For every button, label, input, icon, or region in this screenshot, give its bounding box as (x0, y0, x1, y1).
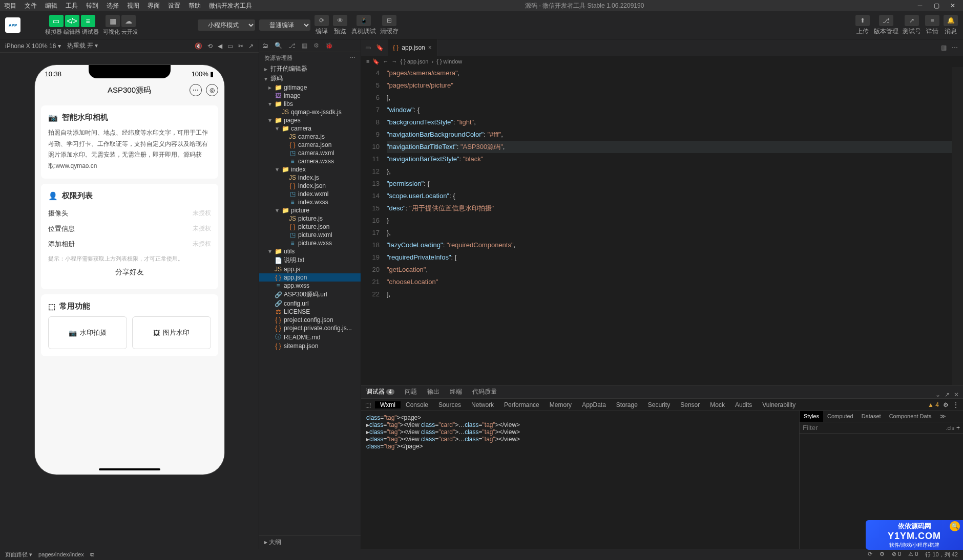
status-errors[interactable]: ⊘ 0 (892, 551, 901, 558)
file-index.json[interactable]: { }index.json (259, 182, 361, 190)
file-picture.wxss[interactable]: ≡picture.wxss (259, 239, 361, 247)
file-README.md[interactable]: ⓘREADME.md (259, 332, 361, 342)
file-picture.wxml[interactable]: ◳picture.wxml (259, 231, 361, 239)
message-button[interactable]: 🔔 (944, 15, 958, 26)
menu-转到[interactable]: 转到 (82, 2, 102, 10)
simulator-toggle[interactable]: ▭ (49, 15, 64, 27)
dbg-more-icon[interactable]: ⋮ (953, 401, 959, 408)
file-camera.wxss[interactable]: ≡camera.wxss (259, 157, 361, 165)
page-path[interactable]: pages/index/index (38, 551, 84, 557)
file-picture.json[interactable]: { }picture.json (259, 223, 361, 231)
brc-nav-icon[interactable]: ≡ (366, 58, 369, 64)
file-qqmap-wx-jssdk.js[interactable]: JSqqmap-wx-jssdk.js (259, 108, 361, 116)
file-config.url[interactable]: 🔗config.url (259, 299, 361, 308)
file-index.wxml[interactable]: ◳index.wxml (259, 190, 361, 198)
file-说明.txt[interactable]: 📄说明.txt (259, 255, 361, 265)
sim-rotate-icon[interactable]: ⟲ (207, 42, 213, 50)
explorer-more-icon[interactable]: ⋯ (350, 55, 355, 61)
tab-git-icon[interactable]: ⎇ (285, 39, 299, 52)
status-tools-icon[interactable]: ⚙ (880, 551, 885, 558)
dbgsub-Memory[interactable]: Memory (545, 401, 577, 408)
editor-tab-appjson[interactable]: { } app.json × (388, 39, 437, 56)
dbgsub-Sources[interactable]: Sources (433, 401, 466, 408)
dbgsub-Mock[interactable]: Mock (705, 401, 730, 408)
menu-帮助[interactable]: 帮助 (184, 2, 205, 10)
sim-back-icon[interactable]: ◀ (218, 42, 222, 50)
file-app.js[interactable]: JSapp.js (259, 265, 361, 273)
testid-button[interactable]: ↗ (905, 15, 919, 26)
func-watermark-shoot[interactable]: 📷水印拍摄 (48, 316, 127, 349)
device-select[interactable]: iPhone X 100% 16 ▾ (5, 42, 61, 50)
dbgtab-代码质量[interactable]: 代码质量 (467, 385, 502, 398)
warn-badge[interactable]: ▲ 4 (928, 401, 939, 408)
dbg-collapse-icon[interactable]: ⌄ (935, 391, 940, 398)
dbgsub-Audits[interactable]: Audits (730, 401, 757, 408)
compile-select[interactable]: 普通编译 (259, 19, 310, 31)
file-sitemap.json[interactable]: { }sitemap.json (259, 342, 361, 350)
tab-files-icon[interactable]: 🗂 (259, 39, 271, 52)
inspect-icon[interactable]: ⬚ (361, 401, 375, 408)
file-index.wxss[interactable]: ≡index.wxss (259, 198, 361, 206)
split-editor-icon[interactable]: ▥ (941, 44, 947, 51)
share-button[interactable]: 分享好友 (48, 263, 211, 282)
file-camera.json[interactable]: { }camera.json (259, 141, 361, 149)
dbgsub-AppData[interactable]: AppData (577, 401, 611, 408)
remote-debug-button[interactable]: 📱 (357, 15, 371, 26)
dbgsub-Wxml[interactable]: Wxml (375, 401, 401, 408)
menu-工具[interactable]: 工具 (61, 2, 82, 10)
menu-项目[interactable]: 项目 (0, 2, 20, 10)
sim-cut-icon[interactable]: ✂ (238, 42, 243, 50)
file-pages[interactable]: ▾📁pages (259, 116, 361, 124)
ed-toggle-icon[interactable]: ▭ (365, 44, 371, 51)
file-camera.js[interactable]: JScamera.js (259, 133, 361, 141)
menu-界面[interactable]: 界面 (143, 2, 164, 10)
sim-mute-icon[interactable]: 🔇 (195, 42, 202, 50)
close-tab-icon[interactable]: × (428, 44, 432, 51)
cloud-toggle[interactable]: ☁ (121, 15, 136, 27)
menu-文件[interactable]: 文件 (20, 2, 41, 10)
styletab-Styles[interactable]: Styles (800, 411, 823, 422)
file-project.private.config.js...[interactable]: { }project.private.config.js... (259, 324, 361, 332)
brc-back-icon[interactable]: ← (383, 58, 388, 64)
mode-select[interactable]: 小程序模式 (198, 19, 255, 31)
file-project.config.json[interactable]: { }project.config.json (259, 316, 361, 324)
menu-视图[interactable]: 视图 (123, 2, 143, 10)
debugger-toggle[interactable]: ≡ (81, 15, 95, 27)
sim-home-icon[interactable]: ▭ (227, 42, 233, 50)
upload-button[interactable]: ⬆ (855, 15, 870, 26)
minimap[interactable] (952, 67, 963, 385)
editor-more-icon[interactable]: ⋯ (952, 44, 958, 51)
copy-path-icon[interactable]: ⧉ (90, 551, 94, 558)
dbgsub-Sensor[interactable]: Sensor (675, 401, 705, 408)
menu-选择[interactable]: 选择 (102, 2, 123, 10)
status-warnings[interactable]: ⚠ 0 (908, 551, 918, 558)
menu-编辑[interactable]: 编辑 (41, 2, 61, 10)
sim-popout-icon[interactable]: ↗ (248, 42, 254, 50)
file-image[interactable]: 🖼image (259, 92, 361, 100)
add-style-icon[interactable]: + (956, 424, 960, 432)
breadcrumb-file[interactable]: { } app.json (400, 58, 428, 64)
dbgsub-Console[interactable]: Console (401, 401, 433, 408)
project-logo[interactable]: APP (5, 17, 20, 33)
status-autosave-icon[interactable]: ⟳ (868, 551, 872, 558)
preview-button[interactable]: 👁 (333, 15, 347, 26)
styletab-Computed[interactable]: Computed (823, 411, 857, 422)
maximize-button[interactable]: ▢ (929, 2, 944, 9)
func-image-watermark[interactable]: 🖼图片水印 (132, 316, 211, 349)
file-gitimage[interactable]: ▸📁gitimage (259, 83, 361, 92)
styletab-Component Data[interactable]: Component Data (885, 411, 936, 422)
file-index.js[interactable]: JSindex.js (259, 174, 361, 182)
clear-cache-button[interactable]: ⊟ (382, 15, 396, 26)
styletab-more[interactable]: ≫ (936, 411, 950, 422)
dbg-close-icon[interactable]: ✕ (954, 391, 959, 398)
brc-bookmark-icon[interactable]: 🔖 (372, 58, 380, 65)
brc-fwd-icon[interactable]: → (391, 58, 397, 64)
dbgtab-输出[interactable]: 输出 (422, 385, 445, 398)
dbgsub-Network[interactable]: Network (466, 401, 499, 408)
visual-toggle[interactable]: ▦ (106, 15, 120, 27)
dbg-popout-icon[interactable]: ↗ (945, 391, 950, 398)
editor-toggle[interactable]: </> (65, 15, 79, 27)
dbgsub-Performance[interactable]: Performance (499, 401, 545, 408)
minimize-button[interactable]: ─ (913, 2, 927, 9)
dbgsub-Security[interactable]: Security (643, 401, 675, 408)
